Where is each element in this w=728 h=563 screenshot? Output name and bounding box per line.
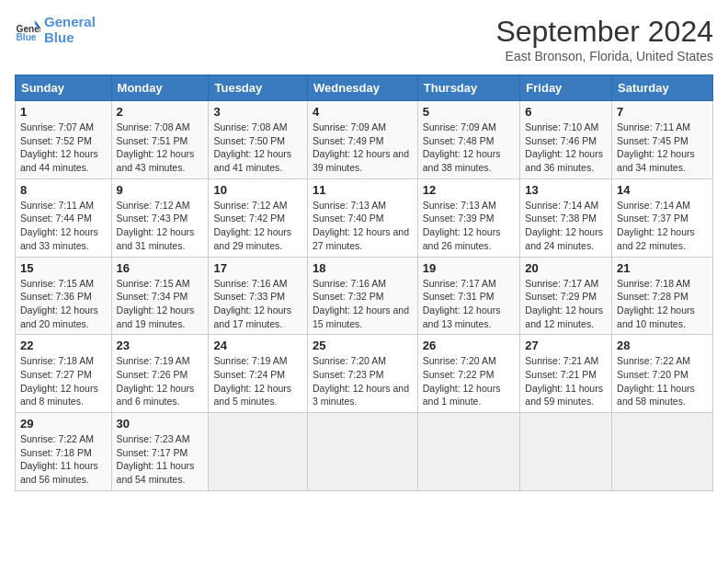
calendar-cell: 30Sunrise: 7:23 AMSunset: 7:17 PMDayligh… xyxy=(111,413,209,491)
calendar-cell xyxy=(307,413,417,491)
calendar-cell: 7Sunrise: 7:11 AMSunset: 7:45 PMDaylight… xyxy=(612,101,713,179)
day-info: Sunrise: 7:12 AMSunset: 7:43 PMDaylight:… xyxy=(117,199,204,253)
logo-icon: General Blue xyxy=(15,17,40,43)
day-info: Sunrise: 7:09 AMSunset: 7:48 PMDaylight:… xyxy=(423,121,516,175)
day-info: Sunrise: 7:15 AMSunset: 7:36 PMDaylight:… xyxy=(20,277,107,331)
calendar-cell: 29Sunrise: 7:22 AMSunset: 7:18 PMDayligh… xyxy=(16,413,112,491)
day-info: Sunrise: 7:16 AMSunset: 7:33 PMDaylight:… xyxy=(213,277,302,331)
day-info: Sunrise: 7:21 AMSunset: 7:21 PMDaylight:… xyxy=(525,354,607,408)
day-info: Sunrise: 7:08 AMSunset: 7:51 PMDaylight:… xyxy=(117,121,204,175)
calendar-cell: 20Sunrise: 7:17 AMSunset: 7:29 PMDayligh… xyxy=(520,257,612,335)
title-section: September 2024 East Bronson, Florida, Un… xyxy=(495,15,713,63)
day-number: 22 xyxy=(20,339,107,352)
logo-line1: General xyxy=(44,14,96,29)
day-number: 27 xyxy=(525,339,607,352)
day-number: 16 xyxy=(117,261,204,275)
calendar-cell: 18Sunrise: 7:16 AMSunset: 7:32 PMDayligh… xyxy=(307,257,417,335)
calendar-cell: 13Sunrise: 7:14 AMSunset: 7:38 PMDayligh… xyxy=(520,178,612,257)
column-header-wednesday: Wednesday xyxy=(307,75,417,101)
calendar-cell: 11Sunrise: 7:13 AMSunset: 7:40 PMDayligh… xyxy=(307,178,417,257)
calendar-cell: 6Sunrise: 7:10 AMSunset: 7:46 PMDaylight… xyxy=(520,101,612,179)
calendar-cell xyxy=(209,413,308,491)
day-number: 7 xyxy=(617,105,708,119)
day-number: 24 xyxy=(213,339,302,352)
day-number: 26 xyxy=(423,339,516,352)
calendar-cell xyxy=(417,413,520,491)
day-number: 10 xyxy=(213,183,302,197)
day-number: 2 xyxy=(117,105,204,119)
column-header-sunday: Sunday xyxy=(16,75,112,101)
day-info: Sunrise: 7:08 AMSunset: 7:50 PMDaylight:… xyxy=(213,121,302,175)
day-number: 29 xyxy=(20,417,107,431)
day-number: 15 xyxy=(20,261,107,275)
day-info: Sunrise: 7:22 AMSunset: 7:20 PMDaylight:… xyxy=(617,354,708,408)
column-header-tuesday: Tuesday xyxy=(209,75,308,101)
calendar-table: SundayMondayTuesdayWednesdayThursdayFrid… xyxy=(15,75,713,491)
calendar-cell: 19Sunrise: 7:17 AMSunset: 7:31 PMDayligh… xyxy=(417,257,520,335)
calendar-cell: 15Sunrise: 7:15 AMSunset: 7:36 PMDayligh… xyxy=(16,257,112,335)
day-number: 11 xyxy=(313,183,413,197)
day-info: Sunrise: 7:15 AMSunset: 7:34 PMDaylight:… xyxy=(117,277,204,331)
day-number: 28 xyxy=(617,339,708,352)
calendar-cell: 25Sunrise: 7:20 AMSunset: 7:23 PMDayligh… xyxy=(307,335,417,413)
day-info: Sunrise: 7:17 AMSunset: 7:31 PMDaylight:… xyxy=(423,277,516,331)
calendar-cell: 24Sunrise: 7:19 AMSunset: 7:24 PMDayligh… xyxy=(209,335,308,413)
calendar-cell: 3Sunrise: 7:08 AMSunset: 7:50 PMDaylight… xyxy=(209,101,308,179)
calendar-cell xyxy=(612,413,713,491)
day-info: Sunrise: 7:09 AMSunset: 7:49 PMDaylight:… xyxy=(313,121,413,175)
day-number: 25 xyxy=(313,339,413,352)
day-info: Sunrise: 7:18 AMSunset: 7:27 PMDaylight:… xyxy=(20,354,107,408)
day-number: 23 xyxy=(117,339,204,352)
calendar-cell: 28Sunrise: 7:22 AMSunset: 7:20 PMDayligh… xyxy=(612,335,713,413)
calendar-header-row: SundayMondayTuesdayWednesdayThursdayFrid… xyxy=(16,75,713,101)
day-number: 17 xyxy=(213,261,302,275)
day-info: Sunrise: 7:22 AMSunset: 7:18 PMDaylight:… xyxy=(20,432,107,487)
day-info: Sunrise: 7:11 AMSunset: 7:44 PMDaylight:… xyxy=(20,199,107,253)
day-info: Sunrise: 7:20 AMSunset: 7:22 PMDaylight:… xyxy=(423,354,516,408)
svg-text:Blue: Blue xyxy=(17,31,37,41)
calendar-cell: 4Sunrise: 7:09 AMSunset: 7:49 PMDaylight… xyxy=(307,101,417,179)
calendar-cell: 14Sunrise: 7:14 AMSunset: 7:37 PMDayligh… xyxy=(612,178,713,257)
day-info: Sunrise: 7:19 AMSunset: 7:24 PMDaylight:… xyxy=(213,354,302,408)
calendar-cell: 5Sunrise: 7:09 AMSunset: 7:48 PMDaylight… xyxy=(417,101,520,179)
day-info: Sunrise: 7:12 AMSunset: 7:42 PMDaylight:… xyxy=(213,199,302,253)
calendar-cell: 9Sunrise: 7:12 AMSunset: 7:43 PMDaylight… xyxy=(111,178,209,257)
column-header-monday: Monday xyxy=(111,75,209,101)
logo: General Blue General Blue xyxy=(15,15,96,45)
calendar-cell: 8Sunrise: 7:11 AMSunset: 7:44 PMDaylight… xyxy=(16,178,112,257)
day-number: 19 xyxy=(423,261,516,275)
day-number: 5 xyxy=(423,105,516,119)
day-info: Sunrise: 7:10 AMSunset: 7:46 PMDaylight:… xyxy=(525,121,607,175)
page-header: General Blue General Blue September 2024… xyxy=(15,15,713,63)
column-header-saturday: Saturday xyxy=(612,75,713,101)
day-number: 4 xyxy=(313,105,413,119)
day-number: 3 xyxy=(213,105,302,119)
calendar-cell: 12Sunrise: 7:13 AMSunset: 7:39 PMDayligh… xyxy=(417,178,520,257)
day-number: 12 xyxy=(423,183,516,197)
calendar-cell: 23Sunrise: 7:19 AMSunset: 7:26 PMDayligh… xyxy=(111,335,209,413)
logo-text: General Blue xyxy=(44,15,96,45)
calendar-cell: 17Sunrise: 7:16 AMSunset: 7:33 PMDayligh… xyxy=(209,257,308,335)
calendar-week-2: 8Sunrise: 7:11 AMSunset: 7:44 PMDaylight… xyxy=(16,178,713,257)
column-header-thursday: Thursday xyxy=(417,75,520,101)
day-number: 13 xyxy=(525,183,607,197)
day-info: Sunrise: 7:18 AMSunset: 7:28 PMDaylight:… xyxy=(617,277,708,331)
calendar-cell: 22Sunrise: 7:18 AMSunset: 7:27 PMDayligh… xyxy=(16,335,112,413)
calendar-week-1: 1Sunrise: 7:07 AMSunset: 7:52 PMDaylight… xyxy=(16,101,713,179)
day-number: 8 xyxy=(20,183,107,197)
calendar-cell: 1Sunrise: 7:07 AMSunset: 7:52 PMDaylight… xyxy=(16,101,112,179)
day-number: 1 xyxy=(20,105,107,119)
calendar-cell: 21Sunrise: 7:18 AMSunset: 7:28 PMDayligh… xyxy=(612,257,713,335)
calendar-cell: 2Sunrise: 7:08 AMSunset: 7:51 PMDaylight… xyxy=(111,101,209,179)
calendar-cell: 16Sunrise: 7:15 AMSunset: 7:34 PMDayligh… xyxy=(111,257,209,335)
calendar-week-5: 29Sunrise: 7:22 AMSunset: 7:18 PMDayligh… xyxy=(16,413,713,491)
day-info: Sunrise: 7:13 AMSunset: 7:39 PMDaylight:… xyxy=(423,199,516,253)
day-number: 14 xyxy=(617,183,708,197)
day-info: Sunrise: 7:11 AMSunset: 7:45 PMDaylight:… xyxy=(617,121,708,175)
day-info: Sunrise: 7:19 AMSunset: 7:26 PMDaylight:… xyxy=(117,354,204,408)
day-info: Sunrise: 7:07 AMSunset: 7:52 PMDaylight:… xyxy=(20,121,107,175)
calendar-cell: 26Sunrise: 7:20 AMSunset: 7:22 PMDayligh… xyxy=(417,335,520,413)
day-info: Sunrise: 7:17 AMSunset: 7:29 PMDaylight:… xyxy=(525,277,607,331)
column-header-friday: Friday xyxy=(520,75,612,101)
day-info: Sunrise: 7:20 AMSunset: 7:23 PMDaylight:… xyxy=(313,354,413,408)
